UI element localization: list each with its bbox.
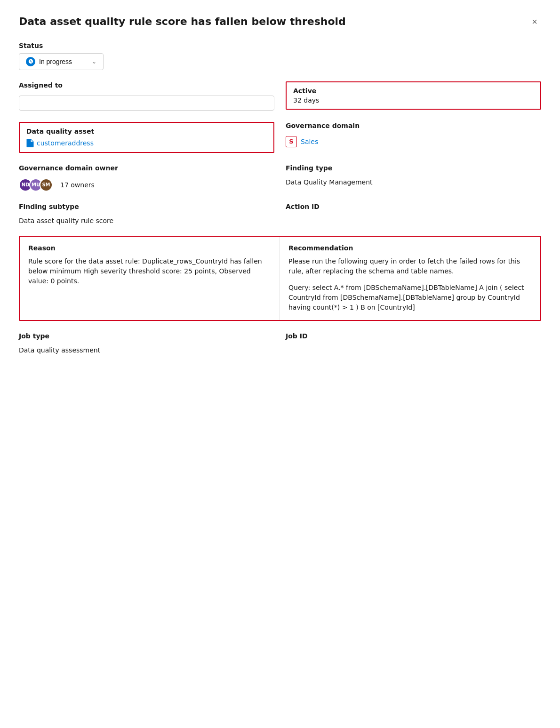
- assigned-to-input[interactable]: [19, 96, 274, 111]
- status-section: Status In progress ⌄: [19, 42, 541, 70]
- avatar-stack: ND MU SM: [19, 178, 53, 192]
- job-type-value: Data quality assessment: [19, 346, 274, 354]
- status-label: Status: [19, 42, 541, 49]
- action-id-group: Action ID: [286, 203, 541, 224]
- recommendation-paragraph1: Please run the following query in order …: [288, 256, 532, 276]
- owner-finding-row: Governance domain owner ND MU SM 17 owne…: [19, 164, 541, 192]
- active-group: Active 32 days: [286, 81, 541, 111]
- reason-col: Reason Rule score for the data asset rul…: [20, 237, 280, 320]
- job-type-group: Job type Data quality assessment: [19, 332, 274, 354]
- assigned-active-row: Assigned to Active 32 days: [19, 81, 541, 111]
- job-type-label: Job type: [19, 332, 274, 340]
- owner-label: Governance domain owner: [19, 164, 274, 172]
- job-id-group: Job ID: [286, 332, 541, 354]
- governance-domain-value: S Sales: [286, 136, 541, 147]
- active-box: Active 32 days: [286, 81, 541, 110]
- close-button[interactable]: ×: [528, 15, 541, 28]
- reason-label: Reason: [28, 244, 271, 252]
- status-dropdown-label: In progress: [39, 58, 72, 65]
- owners-row: ND MU SM 17 owners: [19, 178, 274, 192]
- dqa-link-text: customeraddress: [37, 139, 94, 147]
- status-dropdown[interactable]: In progress ⌄: [19, 53, 104, 70]
- reason-text: Rule score for the data asset rule: Dupl…: [28, 256, 271, 286]
- governance-domain-label: Governance domain: [286, 122, 541, 129]
- dqa-group: Data quality asset customeraddress: [19, 122, 274, 153]
- governance-domain-group: Governance domain S Sales: [286, 122, 541, 153]
- avatar-sm: SM: [40, 178, 53, 192]
- dqa-label: Data quality asset: [26, 128, 267, 135]
- job-row: Job type Data quality assessment Job ID: [19, 332, 541, 354]
- recommendation-col: Recommendation Please run the following …: [280, 237, 540, 320]
- sales-link[interactable]: Sales: [301, 138, 318, 145]
- active-label: Active: [293, 87, 534, 95]
- in-progress-icon: [26, 57, 35, 66]
- owner-group: Governance domain owner ND MU SM 17 owne…: [19, 164, 274, 192]
- dqa-box: Data quality asset customeraddress: [19, 122, 274, 153]
- reason-rec-box: Reason Rule score for the data asset rul…: [19, 236, 541, 321]
- finding-subtype-value: Data asset quality rule score: [19, 217, 274, 224]
- finding-type-value: Data Quality Management: [286, 178, 541, 186]
- action-id-label: Action ID: [286, 203, 541, 210]
- assigned-to-label: Assigned to: [19, 81, 274, 89]
- dialog-container: Data asset quality rule score has fallen…: [0, 0, 560, 728]
- assigned-to-group: Assigned to: [19, 81, 274, 111]
- subtype-action-row: Finding subtype Data asset quality rule …: [19, 203, 541, 224]
- dialog-title: Data asset quality rule score has fallen…: [19, 15, 346, 29]
- recommendation-label: Recommendation: [288, 244, 532, 252]
- owners-count: 17 owners: [60, 181, 95, 189]
- finding-type-group: Finding type Data Quality Management: [286, 164, 541, 192]
- dialog-header: Data asset quality rule score has fallen…: [19, 15, 541, 29]
- chevron-down-icon: ⌄: [92, 58, 96, 65]
- recommendation-paragraph2: Query: select A.* from [DBSchemaName].[D…: [288, 283, 532, 312]
- job-id-label: Job ID: [286, 332, 541, 340]
- finding-subtype-group: Finding subtype Data asset quality rule …: [19, 203, 274, 224]
- dqa-governance-row: Data quality asset customeraddress Gover…: [19, 122, 541, 153]
- finding-type-label: Finding type: [286, 164, 541, 172]
- active-days: 32 days: [293, 96, 534, 104]
- dqa-link[interactable]: customeraddress: [26, 139, 267, 147]
- finding-subtype-label: Finding subtype: [19, 203, 274, 210]
- file-icon: [26, 139, 34, 147]
- sales-badge: S: [286, 136, 297, 147]
